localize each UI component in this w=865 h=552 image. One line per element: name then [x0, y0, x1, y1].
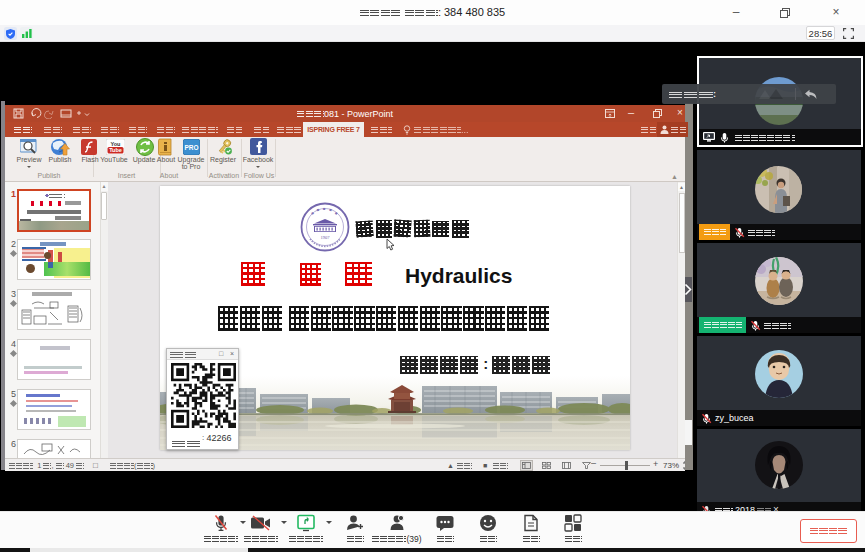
svg-text:1907: 1907 [321, 235, 331, 240]
svg-text:Tube: Tube [109, 147, 122, 153]
svg-text:You: You [111, 141, 121, 147]
svg-text:PRO: PRO [184, 144, 198, 151]
